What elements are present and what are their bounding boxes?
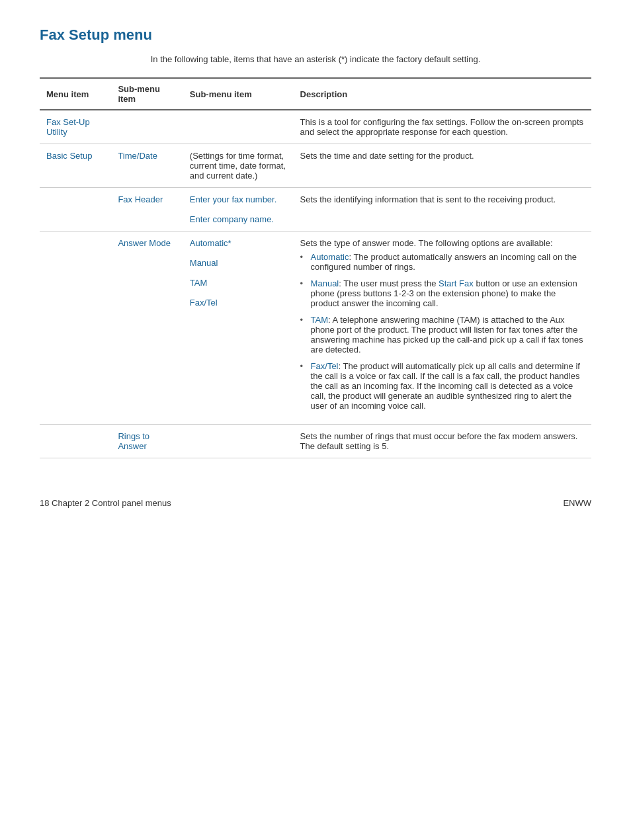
list-item: Manual: The user must press the Start Fa… (300, 278, 585, 308)
menu-item: Basic Setup (40, 144, 111, 188)
page-footer: 18 Chapter 2 Control panel menus ENWW (40, 498, 591, 508)
menu-item (40, 188, 111, 231)
description-item: Sets the number of rings that must occur… (294, 425, 591, 458)
table-row: Basic Setup Time/Date (Settings for time… (40, 144, 591, 188)
sub1-item: Answer Mode (111, 231, 183, 425)
header-menu: Menu item (40, 78, 111, 110)
table-row: Answer Mode Automatic* Manual TAM Fax/Te… (40, 231, 591, 425)
table-row: Fax Header Enter your fax number. Enter … (40, 188, 591, 231)
sub1-item (111, 110, 183, 144)
description-item: Sets the identifying information that is… (294, 188, 591, 231)
header-sub2: Sub-menu item (183, 78, 294, 110)
list-item: TAM: A telephone answering machine (TAM)… (300, 315, 585, 355)
description-item: Sets the time and date setting for the p… (294, 144, 591, 188)
menu-item: Fax Set-Up Utility (40, 110, 111, 144)
sub2-item: (Settings for time format, current time,… (183, 144, 294, 188)
list-item: Automatic: The product automatically ans… (300, 252, 585, 272)
table-row: Fax Set-Up Utility This is a tool for co… (40, 110, 591, 144)
sub2-item (183, 425, 294, 458)
header-sub1: Sub-menu item (111, 78, 183, 110)
page-title: Fax Setup menu (40, 26, 591, 44)
footer-left: 18 Chapter 2 Control panel menus (40, 498, 171, 508)
description-item: This is a tool for configuring the fax s… (294, 110, 591, 144)
table-row: Rings to Answer Sets the number of rings… (40, 425, 591, 458)
menu-item (40, 425, 111, 458)
sub1-item: Rings to Answer (111, 425, 183, 458)
subtitle: In the following table, items that have … (40, 54, 591, 64)
fax-setup-table: Menu item Sub-menu item Sub-menu item De… (40, 77, 591, 458)
sub2-item: Enter your fax number. Enter company nam… (183, 188, 294, 231)
sub1-item: Time/Date (111, 144, 183, 188)
menu-item (40, 231, 111, 425)
list-item: Fax/Tel: The product will automatically … (300, 361, 585, 411)
header-description: Description (294, 78, 591, 110)
footer-right: ENWW (563, 498, 591, 508)
description-item: Sets the type of answer mode. The follow… (294, 231, 591, 425)
sub2-item: Automatic* Manual TAM Fax/Tel (183, 231, 294, 425)
sub1-item: Fax Header (111, 188, 183, 231)
sub2-item (183, 110, 294, 144)
